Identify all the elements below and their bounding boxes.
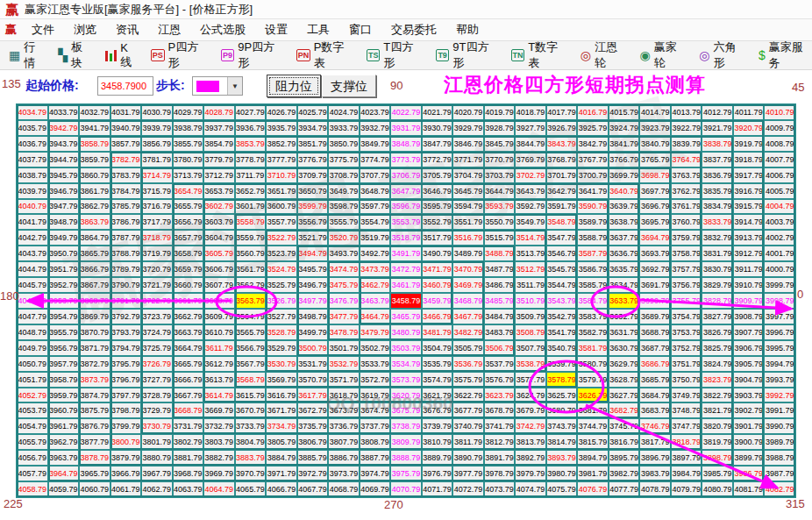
grid-cell: 3823.79: [702, 372, 733, 388]
grid-cell: 3754.79: [671, 309, 702, 324]
grid-cell: 4047.79: [17, 309, 48, 324]
grid-cell: 3857.79: [110, 136, 142, 152]
menu-item-8[interactable]: 交易委托: [381, 19, 446, 40]
toolbar-button-gann-wheel[interactable]: ◎江恩轮: [581, 39, 627, 71]
grid-cell: 3676.79: [422, 402, 453, 418]
grid-cell: 3682.79: [609, 402, 640, 418]
grid-cell: 3747.79: [671, 418, 702, 434]
menu-item-4[interactable]: 公式选股: [190, 19, 255, 40]
grid-cell: 3730.79: [141, 418, 173, 434]
grid-cell: 3852.79: [266, 136, 297, 152]
toolbar-button-winner-service[interactable]: $赢家服务: [759, 39, 812, 71]
grid-cell: 3638.79: [609, 214, 640, 230]
grid-cell: 4050.79: [17, 356, 48, 372]
grid-cell: 3981.79: [577, 466, 609, 481]
grid-cell: 3469.79: [452, 277, 484, 293]
grid-cell: 3977.79: [452, 466, 484, 481]
grid-cell: 3855.79: [173, 136, 204, 152]
toolbar-button-9t-square[interactable]: T99T四方形: [436, 39, 498, 71]
grid-cell: 3627.79: [609, 388, 640, 403]
grid-cell: 3581.79: [577, 340, 609, 356]
grid-cell: 4005.79: [764, 183, 795, 199]
grid-cell: 3900.79: [733, 434, 765, 450]
grid-cell: 3481.79: [422, 324, 453, 340]
grid-cell: 3562.79: [235, 277, 267, 293]
grid-cell: 3844.79: [515, 136, 546, 152]
grid-cell: 3568.79: [235, 372, 267, 388]
grid-cell: 3901.79: [733, 418, 765, 434]
grid-cell: 3885.79: [297, 450, 329, 466]
grid-cell: 3573.79: [390, 372, 422, 388]
grid-cell: 3577.79: [515, 372, 546, 388]
grid-cell: 3492.79: [360, 246, 391, 261]
grid-cell: 3755.79: [671, 293, 702, 309]
grid-cell: 3667.79: [173, 388, 204, 403]
toolbar-button-label: T数字表: [528, 39, 567, 71]
grid-cell: 3734.79: [266, 418, 297, 434]
grid-cell: 3782.79: [110, 152, 142, 167]
grid-cell: 4002.79: [764, 230, 795, 246]
grid-cell: 3919.79: [733, 136, 765, 152]
grid-cell: 4043.79: [17, 246, 48, 261]
grid-cell: 3731.79: [173, 418, 204, 434]
toolbar-button-9p-square[interactable]: P99P四方形: [221, 39, 284, 71]
toolbar-button-sectors[interactable]: ▚板块: [58, 39, 92, 71]
toolbar-button-quotes[interactable]: ▦行情: [9, 39, 45, 71]
grid-cell: 3913.79: [733, 230, 765, 246]
resistance-button[interactable]: 阻力位: [267, 75, 321, 97]
grid-cell: 3743.79: [546, 418, 578, 434]
grid-cell: 4045.79: [17, 277, 48, 293]
grid-cell: 3612.79: [203, 356, 235, 372]
child-window-icon[interactable]: 赢: [5, 22, 17, 38]
grid-cell: 3618.79: [328, 388, 360, 403]
grid-cell: 3741.79: [484, 418, 516, 434]
grid-cell: 3715.79: [141, 183, 173, 199]
menu-item-0[interactable]: 文件: [22, 19, 64, 40]
grid-cell: 3464.79: [360, 309, 391, 324]
support-button[interactable]: 支撑位: [322, 75, 376, 97]
grid-cell: 3615.79: [235, 388, 267, 403]
toolbar-button-kline[interactable]: K线: [105, 41, 138, 70]
grid-cell: 3721.79: [141, 277, 173, 293]
grid-cell: 3997.79: [764, 309, 795, 324]
toolbar-button-t-number-table[interactable]: TNT数字表: [511, 39, 567, 71]
grid-cell: 3771.79: [452, 152, 484, 167]
menu-item-9[interactable]: 帮助: [446, 19, 488, 40]
grid-cell: 3669.79: [203, 402, 235, 418]
menu-item-5[interactable]: 设置: [255, 19, 297, 40]
grid-cell: 3955.79: [48, 324, 80, 340]
start-price-input[interactable]: [97, 76, 153, 96]
grid-cell: 3570.79: [297, 372, 329, 388]
menu-item-7[interactable]: 窗口: [339, 19, 381, 40]
grid-cell: 3809.79: [390, 434, 422, 450]
menu-item-6[interactable]: 工具: [297, 19, 339, 40]
grid-cell: 3592.79: [515, 199, 546, 215]
grid-cell: 3555.79: [328, 214, 360, 230]
toolbar-button-p-square[interactable]: PSP四方形: [151, 39, 208, 71]
grid-cell: 3653.79: [203, 183, 235, 199]
step-color-combobox[interactable]: ▼: [192, 76, 243, 96]
grid-cell: 3474.79: [328, 261, 360, 277]
grid-cell: 3829.79: [702, 277, 733, 293]
grid-cell: 3539.79: [546, 356, 578, 372]
toolbar-button-winner-wheel[interactable]: ◉赢家轮: [640, 39, 687, 71]
grid-cell: 3946.79: [48, 183, 80, 199]
toolbar-button-hexagon[interactable]: ◎六角形: [699, 39, 745, 71]
window-title: 赢家江恩专业版[赢家服务平台] - [价格正方形]: [25, 2, 253, 18]
grid-cell: 3587.79: [577, 246, 609, 261]
grid-cell: 3971.79: [266, 466, 297, 481]
toolbar-button-label: 六角形: [714, 39, 746, 71]
toolbar-button-t-square[interactable]: TST四方形: [367, 39, 423, 71]
grid-cell: 3806.79: [297, 434, 329, 450]
grid-cell: 4075.79: [546, 481, 578, 497]
grid-cell: 3886.79: [328, 450, 360, 466]
grid-cell: 3798.79: [110, 402, 142, 418]
menu-item-3[interactable]: 江恩: [148, 19, 190, 40]
grid-cell: 3868.79: [79, 293, 110, 309]
menu-item-1[interactable]: 浏览: [64, 19, 106, 40]
grid-cell: 3973.79: [328, 466, 360, 481]
menu-item-2[interactable]: 资讯: [106, 19, 148, 40]
chevron-down-icon[interactable]: ▼: [227, 77, 242, 95]
grid-cell: 3724.79: [141, 324, 173, 340]
toolbar-button-p-number-table[interactable]: PNP数字表: [296, 39, 353, 71]
